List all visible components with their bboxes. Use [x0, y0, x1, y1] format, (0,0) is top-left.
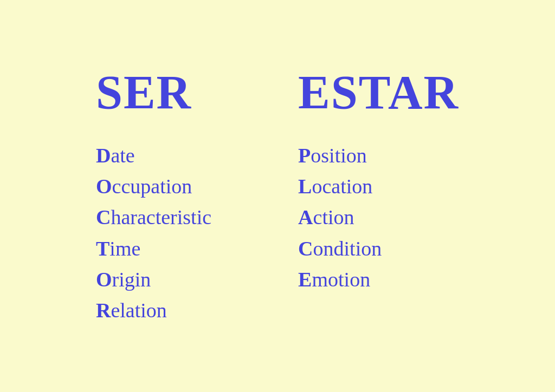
list-item-rest: motion — [312, 268, 370, 291]
list-item: Origin — [96, 265, 211, 294]
estar-column: ESTAR PositionLocationActionConditionEmo… — [298, 65, 459, 294]
list-item: Characteristic — [96, 203, 211, 232]
ser-column: SER DateOccupationCharacteristicTimeOrig… — [96, 65, 211, 325]
list-item-letter: O — [96, 268, 112, 291]
ser-list: DateOccupationCharacteristicTimeOriginRe… — [96, 141, 211, 325]
list-item-rest: ocation — [312, 175, 372, 198]
list-item-letter: D — [96, 144, 111, 167]
list-item: Date — [96, 141, 211, 170]
main-container: SER DateOccupationCharacteristicTimeOrig… — [0, 0, 555, 392]
list-item-rest: rigin — [112, 268, 151, 291]
list-item-letter: L — [298, 175, 312, 198]
list-item-letter: C — [96, 206, 111, 228]
list-item-rest: osition — [311, 144, 366, 167]
estar-title: ESTAR — [298, 65, 459, 120]
list-item-rest: ime — [109, 237, 140, 260]
list-item: Relation — [96, 296, 211, 325]
list-item: Condition — [298, 234, 382, 263]
ser-title: SER — [96, 65, 192, 120]
list-item-letter: P — [298, 144, 311, 167]
list-item-rest: ondition — [313, 237, 382, 260]
list-item-letter: C — [298, 237, 313, 260]
list-item: Occupation — [96, 172, 211, 201]
list-item-letter: E — [298, 268, 312, 291]
list-item: Emotion — [298, 265, 382, 294]
list-item-rest: ccupation — [112, 175, 192, 198]
list-item-rest: haracteristic — [111, 206, 211, 228]
list-item-rest: ction — [313, 206, 354, 228]
list-item-letter: A — [298, 206, 313, 228]
list-item-rest: elation — [111, 299, 166, 322]
list-item: Action — [298, 203, 382, 232]
list-item: Location — [298, 172, 382, 201]
list-item-letter: O — [96, 175, 112, 198]
list-item-letter: R — [96, 299, 111, 322]
list-item: Time — [96, 234, 211, 263]
list-item: Position — [298, 141, 382, 170]
list-item-letter: T — [96, 237, 109, 260]
estar-list: PositionLocationActionConditionEmotion — [298, 141, 382, 294]
list-item-rest: ate — [111, 144, 134, 167]
